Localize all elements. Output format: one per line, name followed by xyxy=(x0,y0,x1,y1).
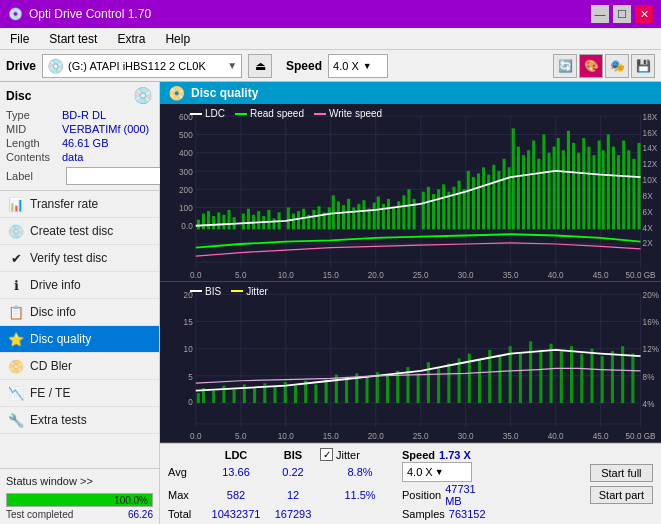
total-label: Total xyxy=(168,508,204,520)
svg-rect-65 xyxy=(292,214,295,230)
refresh-button[interactable]: 🔄 xyxy=(553,54,577,78)
svg-rect-187 xyxy=(335,374,338,402)
svg-rect-72 xyxy=(328,207,331,229)
svg-text:10.0: 10.0 xyxy=(278,430,294,441)
svg-text:25.0: 25.0 xyxy=(413,269,429,280)
contents-label: Contents xyxy=(6,151,62,163)
chart-header-icon: 📀 xyxy=(168,85,185,101)
maximize-button[interactable]: ☐ xyxy=(613,5,631,23)
progress-bar-container: 100.0% xyxy=(6,493,153,507)
svg-rect-179 xyxy=(253,388,256,403)
sidebar-item-extra-tests[interactable]: 🔧 Extra tests xyxy=(0,407,159,434)
svg-text:10X: 10X xyxy=(643,174,658,185)
color2-button[interactable]: 🎭 xyxy=(605,54,629,78)
type-value: BD-R DL xyxy=(62,109,106,121)
drive-select[interactable]: 💿 (G:) ATAPI iHBS112 2 CL0K ▼ xyxy=(42,54,242,78)
samples-label: Samples xyxy=(402,508,445,520)
status-window-button[interactable]: Status window >> xyxy=(6,473,153,489)
max-bis: 12 xyxy=(268,489,318,501)
minimize-button[interactable]: — xyxy=(591,5,609,23)
svg-text:5: 5 xyxy=(188,370,193,381)
upper-chart: LDC Read speed Write speed xyxy=(160,104,661,282)
ldc-header: LDC xyxy=(206,449,266,461)
svg-text:30.0: 30.0 xyxy=(458,269,474,280)
menu-help[interactable]: Help xyxy=(159,30,196,48)
legend-jitter: Jitter xyxy=(231,286,268,297)
svg-text:40.0: 40.0 xyxy=(548,430,564,441)
svg-rect-81 xyxy=(373,203,376,230)
svg-rect-201 xyxy=(478,359,481,402)
svg-rect-117 xyxy=(557,138,560,229)
avg-label: Avg xyxy=(168,466,204,478)
svg-rect-199 xyxy=(458,358,461,402)
start-full-button[interactable]: Start full xyxy=(590,464,653,482)
lower-chart: BIS Jitter xyxy=(160,282,661,443)
nav-label: FE / TE xyxy=(30,386,70,400)
sidebar-item-drive-info[interactable]: ℹ Drive info xyxy=(0,272,159,299)
toolbar-icons: 🔄 🎨 🎭 💾 xyxy=(553,54,655,78)
menu-start-test[interactable]: Start test xyxy=(43,30,103,48)
svg-text:15.0: 15.0 xyxy=(323,269,339,280)
sidebar-item-transfer-rate[interactable]: 📊 Transfer rate xyxy=(0,191,159,218)
svg-text:45.0: 45.0 xyxy=(593,430,609,441)
drive-dropdown-icon: ▼ xyxy=(227,60,237,71)
svg-rect-127 xyxy=(607,134,610,229)
svg-rect-104 xyxy=(492,165,495,230)
svg-rect-93 xyxy=(437,189,440,229)
svg-rect-118 xyxy=(562,150,565,229)
svg-text:300: 300 xyxy=(179,166,193,177)
svg-rect-133 xyxy=(637,143,640,229)
svg-rect-123 xyxy=(587,147,590,230)
svg-text:20.0: 20.0 xyxy=(368,269,384,280)
svg-text:0: 0 xyxy=(188,396,193,407)
menu-extra[interactable]: Extra xyxy=(111,30,151,48)
pos-val: 47731 MB xyxy=(445,483,476,507)
svg-rect-106 xyxy=(503,159,506,230)
total-bis: 167293 xyxy=(268,508,318,520)
chart-title: Disc quality xyxy=(191,86,258,100)
svg-rect-191 xyxy=(376,372,379,403)
svg-text:0.0: 0.0 xyxy=(181,221,192,232)
svg-text:18X: 18X xyxy=(643,111,658,122)
max-label: Max xyxy=(168,489,204,501)
nav-label: Verify test disc xyxy=(30,251,107,265)
sidebar-item-verify-test-disc[interactable]: ✔ Verify test disc xyxy=(0,245,159,272)
svg-text:400: 400 xyxy=(179,148,193,159)
svg-rect-114 xyxy=(542,134,545,229)
settings-button[interactable]: 🎨 xyxy=(579,54,603,78)
svg-rect-209 xyxy=(560,351,563,403)
menu-file[interactable]: File xyxy=(4,30,35,48)
start-part-button[interactable]: Start part xyxy=(590,486,653,504)
jitter-label: Jitter xyxy=(336,449,360,461)
svg-rect-102 xyxy=(482,167,485,229)
close-button[interactable]: ✕ xyxy=(635,5,653,23)
speed-dropdown[interactable]: 4.0 X ▼ xyxy=(402,462,472,482)
sidebar-item-disc-quality[interactable]: ⭐ Disc quality xyxy=(0,326,159,353)
svg-rect-89 xyxy=(413,199,416,229)
jitter-checkbox[interactable]: ✓ xyxy=(320,448,333,461)
sidebar-item-cd-bler[interactable]: 📀 CD Bler xyxy=(0,353,159,380)
sidebar-item-disc-info[interactable]: 📋 Disc info xyxy=(0,299,159,326)
jitter-checkbox-row: ✓ Jitter xyxy=(320,448,400,461)
total-ldc: 10432371 xyxy=(206,508,266,520)
bis-header: BIS xyxy=(268,449,318,461)
svg-rect-134 xyxy=(160,282,661,442)
save-button[interactable]: 💾 xyxy=(631,54,655,78)
svg-rect-57 xyxy=(247,209,250,230)
svg-rect-110 xyxy=(522,155,525,229)
svg-rect-177 xyxy=(233,389,236,403)
svg-rect-100 xyxy=(472,177,475,229)
svg-rect-76 xyxy=(347,199,350,229)
cd-bler-icon: 📀 xyxy=(8,358,24,374)
svg-rect-85 xyxy=(392,207,395,229)
svg-rect-62 xyxy=(272,218,275,229)
speed-select[interactable]: 4.0 X ▼ xyxy=(328,54,388,78)
svg-text:25.0: 25.0 xyxy=(413,430,429,441)
eject-button[interactable]: ⏏ xyxy=(248,54,272,78)
sidebar-item-create-test-disc[interactable]: 💿 Create test disc xyxy=(0,218,159,245)
verify-icon: ✔ xyxy=(8,250,24,266)
svg-rect-173 xyxy=(197,393,200,403)
svg-text:14X: 14X xyxy=(643,143,658,154)
svg-rect-205 xyxy=(519,353,522,402)
sidebar-item-fe-te[interactable]: 📉 FE / TE xyxy=(0,380,159,407)
